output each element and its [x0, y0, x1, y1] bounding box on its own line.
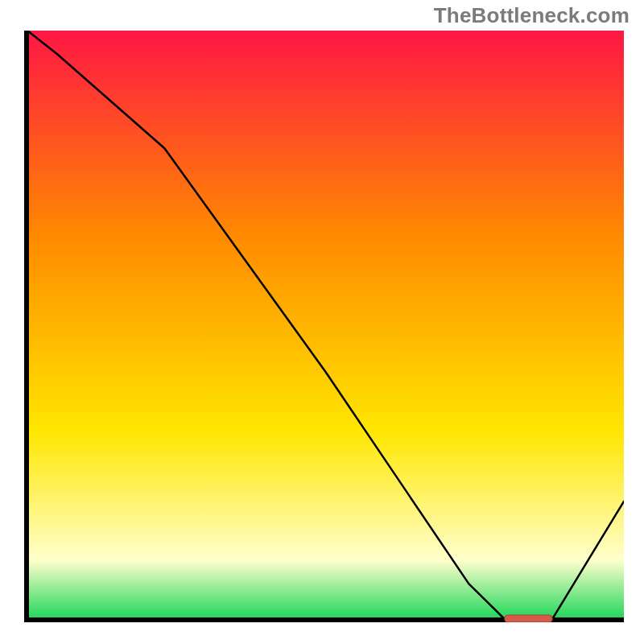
- chart-frame: TheBottleneck.com: [0, 0, 644, 644]
- gradient-background: [27, 31, 624, 619]
- watermark-text: TheBottleneck.com: [434, 3, 630, 28]
- optimal-range-marker: [505, 615, 552, 622]
- plot-area: [24, 31, 624, 622]
- chart-svg: [24, 31, 624, 622]
